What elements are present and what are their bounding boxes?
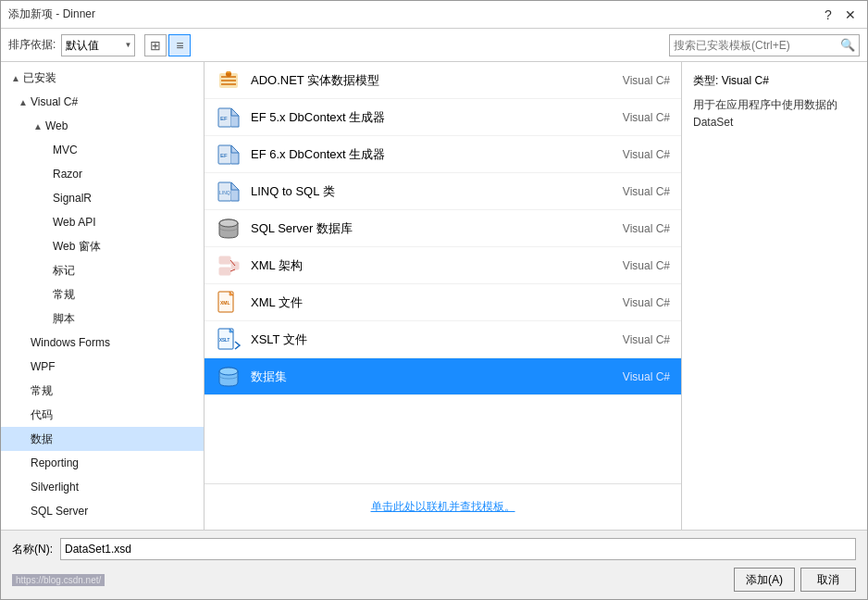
tree-visual-csharp[interactable]: ▲ Visual C# — [1, 90, 204, 114]
label-reporting: Reporting — [31, 456, 79, 469]
dialog-title: 添加新项 - Dinner — [8, 6, 95, 22]
close-button[interactable]: ✕ — [841, 6, 860, 24]
list-view-button[interactable]: ≡ — [168, 34, 191, 56]
list-item[interactable]: EF EF 6.x DbContext 生成器 Visual C# — [205, 136, 681, 173]
sort-select-wrap: 默认值 — [61, 34, 135, 56]
tree-silverlight[interactable]: Silverlight — [1, 475, 204, 499]
svg-text:EF: EF — [220, 153, 228, 158]
item-type: Visual C# — [596, 333, 670, 346]
svg-text:LINQ: LINQ — [219, 190, 230, 195]
tree-web[interactable]: ▲ Web — [1, 114, 204, 138]
item-name: EF 5.x DbContext 生成器 — [251, 109, 596, 126]
svg-text:XSLT: XSLT — [219, 338, 229, 343]
left-panel: ▲ 已安装 ▲ Visual C# ▲ Web — [1, 62, 205, 530]
mid-panel: ADO.NET 实体数据模型 Visual C# EF EF 5.x DbCon… — [205, 62, 682, 530]
toggle-web: ▲ — [31, 119, 45, 133]
item-type: Visual C# — [596, 259, 670, 272]
search-area: 🔍 — [669, 34, 860, 56]
tree-script[interactable]: 脚本 — [1, 306, 204, 331]
item-type: Visual C# — [596, 111, 670, 124]
tree-general-web[interactable]: 常规 — [1, 282, 204, 306]
watermark: https://blog.csdn.net/ — [12, 574, 105, 586]
svg-rect-11 — [219, 268, 230, 275]
label-wpf: WPF — [31, 360, 56, 373]
item-name: LINQ to SQL 类 — [251, 183, 596, 200]
item-name: XML 文件 — [251, 294, 596, 311]
tree-wpf[interactable]: WPF — [1, 355, 204, 379]
label-general-web: 常规 — [53, 287, 75, 303]
tree-sqlserver[interactable]: SQL Server — [1, 499, 204, 523]
sort-select[interactable]: 默认值 — [61, 34, 135, 56]
label-webforms: Web 窗体 — [53, 239, 101, 255]
list-item[interactable]: ADO.NET 实体数据模型 Visual C# — [205, 62, 681, 99]
label-webapi: Web API — [53, 216, 95, 229]
tree-signalr[interactable]: SignalR — [1, 186, 204, 210]
sqldb-icon — [216, 216, 242, 242]
label-visual-csharp: Visual C# — [31, 95, 78, 108]
tree-winforms[interactable]: Windows Forms — [1, 331, 204, 355]
tree-workflow[interactable]: Workflow — [1, 523, 204, 530]
item-type: Visual C# — [596, 222, 670, 235]
grid-view-button[interactable]: ⊞ — [144, 34, 167, 56]
item-type: Visual C# — [596, 185, 670, 198]
label-general: 常规 — [31, 383, 53, 399]
xml-schema-icon — [216, 253, 242, 279]
label-markup: 标记 — [53, 263, 75, 279]
item-type: Visual C# — [596, 296, 670, 309]
item-name: ADO.NET 实体数据模型 — [251, 72, 596, 89]
list-item[interactable]: LINQ LINQ to SQL 类 Visual C# — [205, 173, 681, 210]
svg-text:XML: XML — [220, 300, 230, 306]
tree-data[interactable]: 数据 — [1, 427, 204, 451]
help-button[interactable]: ? — [819, 6, 837, 24]
dataset-icon — [216, 364, 242, 390]
toolbar: 排序依据: 默认值 ⊞ ≡ 🔍 — [1, 29, 867, 62]
content-area: ▲ 已安装 ▲ Visual C# ▲ Web — [1, 62, 867, 530]
sort-label: 排序依据: — [8, 37, 56, 53]
label-code: 代码 — [31, 407, 53, 423]
list-item[interactable]: SQL Server 数据库 Visual C# — [205, 210, 681, 247]
title-bar: 添加新项 - Dinner ? ✕ — [1, 1, 867, 29]
tree-markup[interactable]: 标记 — [1, 258, 204, 282]
label-razor: Razor — [53, 168, 82, 181]
item-name: XML 架构 — [251, 257, 596, 274]
xslt-icon: XSLT — [216, 327, 242, 353]
ado-icon — [216, 68, 242, 94]
list-item[interactable]: EF EF 5.x DbContext 生成器 Visual C# — [205, 99, 681, 136]
tree-mvc[interactable]: MVC — [1, 138, 204, 162]
bottom-area: 名称(N): https://blog.csdn.net/ 添加(A) 取消 — [1, 530, 867, 599]
label-script: 脚本 — [53, 311, 75, 327]
list-item[interactable]: XSLT XSLT 文件 Visual C# — [205, 321, 681, 358]
svg-rect-10 — [219, 256, 230, 264]
tree-reporting[interactable]: Reporting — [1, 451, 204, 475]
ef5-icon: EF — [216, 105, 242, 131]
label-installed: 已安装 — [23, 70, 56, 86]
label-web: Web — [45, 119, 68, 132]
list-item[interactable]: XML 架构 Visual C# — [205, 247, 681, 284]
svg-point-20 — [219, 368, 238, 375]
search-input[interactable] — [674, 39, 840, 52]
info-type: 类型: Visual C# — [693, 73, 856, 89]
cancel-button[interactable]: 取消 — [800, 568, 856, 592]
toggle-installed: ▲ — [8, 70, 23, 85]
tree-razor[interactable]: Razor — [1, 162, 204, 186]
label-winforms: Windows Forms — [31, 336, 110, 349]
item-type: Visual C# — [596, 370, 670, 383]
name-input[interactable] — [60, 538, 856, 560]
right-panel: 类型: Visual C# 用于在应用程序中使用数据的 DataSet — [682, 62, 867, 530]
toggle-visual-csharp: ▲ — [16, 94, 31, 109]
tree-installed[interactable]: ▲ 已安装 — [1, 66, 204, 90]
tree-general[interactable]: 常规 — [1, 379, 204, 403]
item-name: XSLT 文件 — [251, 331, 596, 348]
add-button[interactable]: 添加(A) — [734, 568, 795, 592]
list-item-dataset[interactable]: 数据集 Visual C# — [205, 358, 681, 395]
tree-code[interactable]: 代码 — [1, 403, 204, 427]
svg-text:EF: EF — [220, 116, 228, 121]
online-link[interactable]: 单击此处以联机并查找模板。 — [371, 500, 515, 513]
tree-webapi[interactable]: Web API — [1, 210, 204, 234]
item-list: ADO.NET 实体数据模型 Visual C# EF EF 5.x DbCon… — [205, 62, 681, 483]
dialog-container: 添加新项 - Dinner ? ✕ 排序依据: 默认值 ⊞ ≡ 🔍 ▲ 已 — [0, 0, 868, 600]
list-item[interactable]: XML XML 文件 Visual C# — [205, 284, 681, 321]
tree-webforms[interactable]: Web 窗体 — [1, 234, 204, 258]
view-toggle: ⊞ ≡ — [144, 34, 191, 56]
label-mvc: MVC — [53, 144, 78, 156]
